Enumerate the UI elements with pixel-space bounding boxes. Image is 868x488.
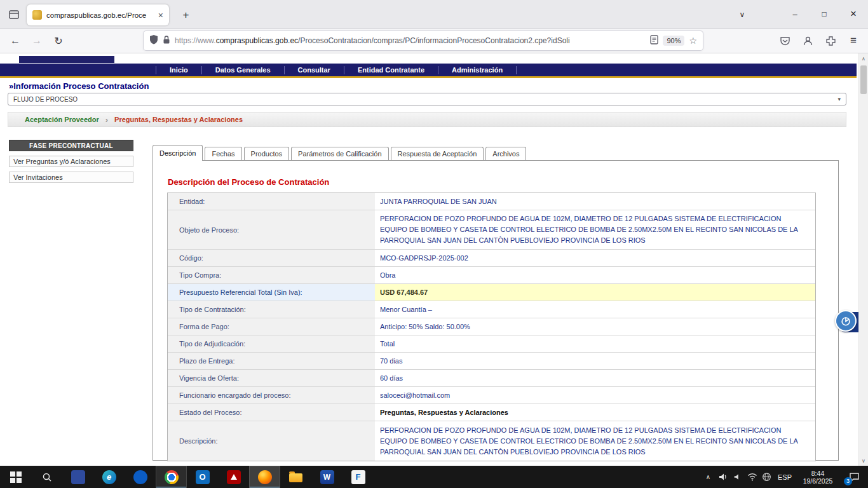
search-icon: [42, 472, 52, 482]
sidebar-header: FASE PRECONTRACTUAL: [9, 140, 133, 151]
taskbar-app-firefox[interactable]: [249, 466, 280, 488]
maximize-icon[interactable]: □: [810, 0, 839, 28]
field-label: Tipo Compra:: [168, 267, 375, 283]
shield-icon[interactable]: [149, 34, 158, 47]
site-header-fragment: [19, 56, 114, 63]
taskbar-app-foxit[interactable]: F: [342, 466, 374, 488]
language-indicator[interactable]: ESP: [774, 473, 796, 481]
reader-mode-icon[interactable]: [650, 35, 658, 47]
description-panel: Descripción del Proceso de Contratación …: [153, 160, 839, 461]
flow-select-label: FLUJO DE PROCESO: [13, 96, 78, 103]
action-center-button[interactable]: 3: [840, 466, 868, 488]
pocket-icon[interactable]: [776, 32, 793, 49]
tab-archivos[interactable]: Archivos: [485, 147, 526, 160]
taskbar-clock[interactable]: 8:44 19/6/2025: [796, 470, 840, 485]
vertical-scrollbar[interactable]: ∧ ∨: [858, 53, 868, 466]
minimize-icon[interactable]: –: [780, 0, 810, 28]
outlook-icon: O: [196, 470, 210, 484]
network-globe-icon[interactable]: [759, 466, 774, 488]
address-bar[interactable]: https://www.compraspublicas.gob.ec/Proce…: [144, 31, 703, 50]
browser-tab[interactable]: compraspublicas.gob.ec/Proce ×: [27, 4, 169, 25]
field-value: JUNTA PARROQUIAL DE SAN JUAN: [375, 193, 815, 210]
taskbar-app-file-explorer[interactable]: [280, 466, 311, 488]
breadcrumb-preguntas-respuestas: Preguntas, Respuestas y Aclaraciones: [114, 116, 243, 123]
acrobat-icon: [227, 470, 241, 484]
foxit-icon: F: [351, 470, 365, 484]
scrollbar-thumb[interactable]: [860, 65, 867, 94]
taskbar-app-blue[interactable]: [125, 466, 156, 488]
field-value: Total: [375, 336, 815, 352]
file-explorer-icon: [289, 473, 302, 482]
nav-datos-generales[interactable]: Datos Generales: [202, 66, 285, 74]
forward-icon[interactable]: →: [27, 32, 47, 50]
bookmark-star-icon[interactable]: ☆: [689, 36, 697, 46]
breadcrumb-aceptacion-proveedor[interactable]: Aceptación Proveedor: [25, 116, 99, 123]
start-button[interactable]: [0, 466, 31, 488]
tab-descripcion[interactable]: Descripción: [153, 145, 203, 161]
taskbar-app-outlook[interactable]: O: [187, 466, 218, 488]
zoom-indicator[interactable]: 90%: [663, 36, 684, 46]
close-icon[interactable]: ×: [839, 0, 868, 28]
field-label: Descripción:: [168, 421, 375, 461]
field-label: Presupuesto Referencial Total (Sin Iva):: [168, 284, 375, 301]
field-label: Plazo de Entrega:: [168, 353, 375, 369]
sidebar-item-ver-preguntas[interactable]: Ver Preguntas y/ó Aclaraciones: [9, 156, 133, 167]
extensions-icon[interactable]: [822, 32, 839, 49]
lock-icon[interactable]: [163, 35, 170, 47]
field-label: Objeto de Proceso:: [168, 210, 375, 249]
tab-parametros[interactable]: Parámetros de Calificación: [291, 147, 388, 160]
table-row: Tipo de Adjudicación: Total: [168, 336, 815, 353]
table-row: Tipo de Contratación: Menor Cuantía –: [168, 301, 815, 318]
tab-respuesta[interactable]: Respuesta de Aceptación: [391, 147, 484, 160]
target-icon: [835, 310, 857, 332]
page-title: »Información Proceso Contratación: [9, 81, 149, 91]
field-label: Vigencia de Oferta:: [168, 370, 375, 386]
scroll-up-icon[interactable]: ∧: [859, 53, 868, 64]
sidebar-item-ver-invitaciones[interactable]: Ver Invitaciones: [9, 172, 133, 183]
taskbar-app-word[interactable]: W: [311, 466, 342, 488]
volume-alt-icon[interactable]: [730, 466, 745, 488]
taskbar-app-edge[interactable]: e: [93, 466, 125, 488]
taskbar-app-teams[interactable]: [62, 466, 93, 488]
taskbar-search-button[interactable]: [31, 466, 62, 488]
new-tab-button[interactable]: +: [177, 6, 194, 24]
tray-chevron-icon[interactable]: ∧: [701, 466, 715, 488]
field-label: Estado del Proceso:: [168, 404, 375, 421]
scroll-down-icon[interactable]: ∨: [859, 456, 868, 466]
tab-list-icon[interactable]: ∨: [733, 6, 752, 23]
field-value: Obra: [375, 267, 815, 283]
field-value: Menor Cuantía –: [375, 301, 815, 318]
browser-tab-bar: compraspublicas.gob.ec/Proce × + ∨ – □ ×: [0, 0, 868, 29]
nav-inicio[interactable]: Inicio: [156, 66, 202, 74]
firefox-view-icon[interactable]: [5, 6, 23, 24]
field-label: Tipo de Contratación:: [168, 301, 375, 318]
account-icon[interactable]: [799, 32, 816, 49]
floating-widget-button[interactable]: [835, 310, 859, 334]
sidebar: FASE PRECONTRACTUAL Ver Preguntas y/ó Ac…: [9, 140, 133, 183]
section-heading: Descripción del Proceso de Contratación: [168, 177, 329, 187]
tab-productos[interactable]: Productos: [244, 147, 290, 160]
table-row: Funcionario encargado del proceso: saloc…: [168, 387, 815, 404]
wifi-icon[interactable]: [745, 466, 759, 488]
nav-entidad-contratante[interactable]: Entidad Contratante: [344, 66, 438, 74]
tab-fechas[interactable]: Fechas: [205, 147, 241, 160]
notification-badge: 3: [844, 477, 852, 485]
volume-icon[interactable]: [715, 466, 730, 488]
taskbar-app-acrobat[interactable]: [218, 466, 249, 488]
menu-icon[interactable]: ≡: [845, 32, 862, 49]
nav-consultar[interactable]: Consultar: [285, 66, 344, 74]
url-text: https://www.compraspublicas.gob.ec/Proce…: [175, 36, 646, 45]
field-value: MCO-GADPRSJP-2025-002: [375, 250, 815, 266]
taskbar-app-chrome[interactable]: [156, 466, 187, 488]
tab-close-icon[interactable]: ×: [158, 11, 163, 20]
nav-administracion[interactable]: Administración: [438, 66, 517, 74]
table-row: Tipo Compra: Obra: [168, 267, 815, 284]
field-value: 70 dias: [375, 353, 815, 369]
flow-select[interactable]: FLUJO DE PROCESO ▾: [8, 93, 846, 105]
reload-icon[interactable]: ↻: [48, 32, 69, 50]
table-row: Objeto de Proceso: PERFORACION DE POZO P…: [168, 210, 815, 250]
back-icon[interactable]: ←: [5, 32, 25, 50]
chrome-icon: [165, 470, 179, 484]
table-row: Plazo de Entrega: 70 dias: [168, 353, 815, 370]
windows-logo-icon: [10, 471, 22, 483]
